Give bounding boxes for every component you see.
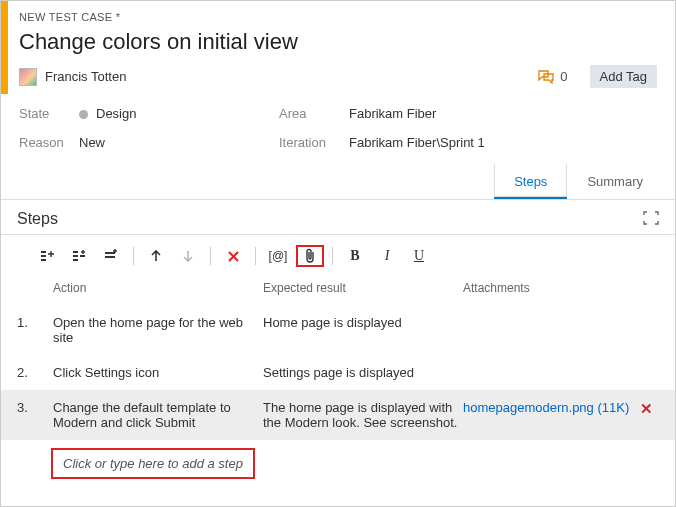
reason-label: Reason bbox=[19, 135, 79, 150]
insert-parameter-icon[interactable]: [@] bbox=[264, 245, 292, 267]
fullscreen-icon[interactable] bbox=[643, 211, 659, 228]
move-down-icon[interactable] bbox=[174, 245, 202, 267]
create-shared-step-icon[interactable] bbox=[97, 245, 125, 267]
tab-summary[interactable]: Summary bbox=[567, 164, 663, 199]
discussion-icon bbox=[538, 70, 554, 84]
insert-shared-step-icon[interactable] bbox=[65, 245, 93, 267]
insert-step-icon[interactable] bbox=[33, 245, 61, 267]
area-value[interactable]: Fabrikam Fiber bbox=[349, 106, 657, 121]
col-expected: Expected result bbox=[263, 281, 463, 295]
step-expected[interactable]: Home page is displayed bbox=[263, 315, 463, 330]
step-action[interactable]: Open the home page for the web site bbox=[53, 315, 263, 345]
col-attachments: Attachments bbox=[463, 281, 659, 295]
iteration-label: Iteration bbox=[279, 135, 349, 150]
add-attachment-icon[interactable] bbox=[296, 245, 324, 267]
state-dot-icon bbox=[79, 110, 88, 119]
col-action: Action bbox=[53, 281, 263, 295]
italic-icon[interactable]: I bbox=[373, 245, 401, 267]
tab-steps[interactable]: Steps bbox=[494, 164, 567, 199]
step-expected[interactable]: Settings page is displayed bbox=[263, 365, 463, 380]
avatar[interactable] bbox=[19, 68, 37, 86]
reason-value[interactable]: New bbox=[79, 135, 279, 150]
page-title: Change colors on initial view bbox=[19, 29, 657, 55]
state-label: State bbox=[19, 106, 79, 121]
step-action[interactable]: Click Settings icon bbox=[53, 365, 263, 380]
attachment-link[interactable]: homepagemodern.png (11K) bbox=[463, 400, 633, 415]
state-value[interactable]: Design bbox=[79, 106, 279, 121]
step-action[interactable]: Change the default template to Modern an… bbox=[53, 400, 263, 430]
iteration-value[interactable]: Fabrikam Fiber\Sprint 1 bbox=[349, 135, 657, 150]
comments-count[interactable]: 0 bbox=[538, 69, 567, 84]
add-step-input[interactable]: Click or type here to add a step bbox=[51, 448, 255, 479]
area-label: Area bbox=[279, 106, 349, 121]
step-row[interactable]: 2. Click Settings icon Settings page is … bbox=[1, 355, 675, 390]
bold-icon[interactable]: B bbox=[341, 245, 369, 267]
underline-icon[interactable]: U bbox=[405, 245, 433, 267]
section-title: Steps bbox=[17, 210, 58, 228]
add-tag-button[interactable]: Add Tag bbox=[590, 65, 657, 88]
breadcrumb: NEW TEST CASE * bbox=[19, 11, 657, 23]
step-row[interactable]: 3. Change the default template to Modern… bbox=[1, 390, 675, 440]
assignee-name[interactable]: Francis Totten bbox=[45, 69, 126, 84]
delete-step-icon[interactable] bbox=[219, 245, 247, 267]
remove-attachment-icon[interactable]: ✕ bbox=[633, 400, 659, 418]
step-row[interactable]: 1. Open the home page for the web site H… bbox=[1, 305, 675, 355]
step-expected[interactable]: The home page is displayed with the Mode… bbox=[263, 400, 463, 430]
steps-toolbar: [@] B I U bbox=[1, 235, 675, 275]
move-up-icon[interactable] bbox=[142, 245, 170, 267]
